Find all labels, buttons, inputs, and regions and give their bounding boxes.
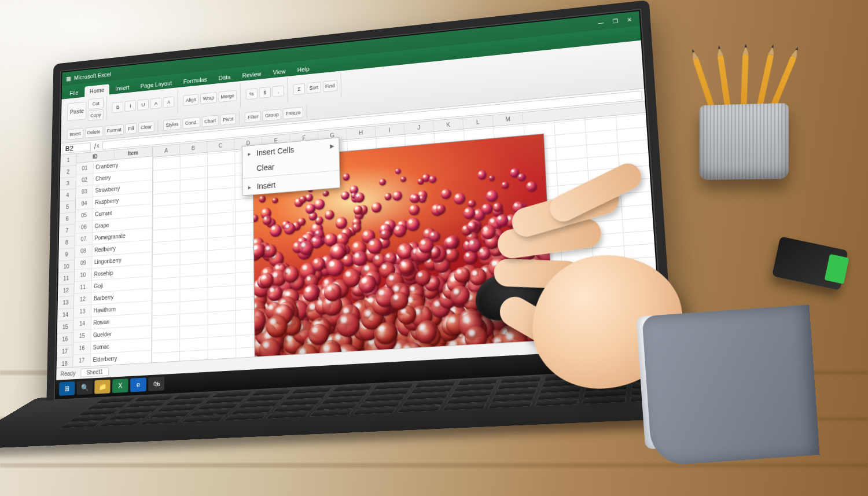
filter-button[interactable]: Filter: [245, 111, 261, 123]
wrap-button[interactable]: Wrap: [200, 92, 216, 104]
group-button[interactable]: Group: [263, 109, 282, 122]
list-item-id: 02: [76, 174, 94, 186]
row-header[interactable]: 15: [57, 321, 73, 334]
human-hand: [454, 175, 773, 473]
app-title: Microsoft Excel: [74, 71, 112, 81]
comma-button[interactable]: ,: [273, 85, 285, 97]
minimize-button[interactable]: —: [595, 18, 606, 27]
name-box[interactable]: [62, 142, 91, 153]
taskbar-excel-icon[interactable]: X: [112, 379, 128, 393]
list-item-id: 16: [73, 341, 91, 354]
sort-button[interactable]: Sort: [307, 82, 321, 94]
menu-bullet-icon: ▸: [248, 183, 252, 191]
ribbon-group-editing: Σ Sort Find: [290, 72, 342, 102]
insert-cells-button[interactable]: Insert: [67, 128, 83, 140]
chart-button[interactable]: Chart: [202, 115, 219, 127]
row-header[interactable]: 8: [59, 236, 75, 249]
ribbon-group-number: % $ ,: [242, 78, 288, 107]
delete-cells-button[interactable]: Delete: [84, 126, 103, 138]
ctx-insert-label: Insert: [257, 181, 276, 191]
bold-button[interactable]: B: [112, 101, 123, 113]
column-header[interactable]: I: [376, 123, 405, 137]
submenu-arrow-icon: ▶: [330, 143, 334, 149]
fill-button[interactable]: Fill: [126, 123, 137, 134]
cut-button[interactable]: Cut: [88, 98, 104, 110]
column-header[interactable]: H: [347, 126, 376, 139]
clear-button[interactable]: Clear: [138, 121, 155, 133]
data-list-panel: ID Item 01Cranberry02Cherry03Strawberry0…: [73, 147, 153, 367]
row-header[interactable]: 9: [58, 248, 75, 262]
start-button[interactable]: ⊞: [59, 381, 75, 396]
excel-icon: ▦: [66, 75, 71, 82]
column-header[interactable]: C: [207, 139, 234, 152]
list-item-id: 05: [75, 209, 93, 222]
column-header[interactable]: J: [404, 121, 434, 134]
copy-button[interactable]: Copy: [88, 109, 104, 122]
list-item-id: 15: [73, 329, 91, 342]
font-shrink-button[interactable]: A: [163, 96, 175, 108]
row-header[interactable]: 1: [60, 154, 76, 167]
list-item-id: 07: [75, 233, 93, 245]
row-header[interactable]: 18: [57, 357, 73, 368]
styles-button[interactable]: Styles: [163, 119, 181, 131]
currency-button[interactable]: $: [259, 87, 271, 99]
ctx-clear-label: Clear: [256, 163, 274, 173]
align-button[interactable]: Align: [183, 94, 199, 106]
menu-bullet-icon: ▸: [248, 150, 251, 158]
underline-button[interactable]: U: [138, 99, 149, 111]
list-item-id: 08: [75, 245, 92, 258]
row-header[interactable]: 5: [60, 201, 75, 214]
italic-button[interactable]: I: [125, 100, 136, 112]
pivot-button[interactable]: Pivot: [220, 113, 236, 126]
column-header[interactable]: K: [433, 118, 464, 131]
row-header[interactable]: 12: [58, 284, 74, 297]
row-header[interactable]: 16: [57, 333, 73, 346]
row-header[interactable]: 7: [59, 225, 75, 238]
context-menu: ▸ Insert Cells ▶ Clear ▸ Insert: [242, 137, 340, 196]
format-cells-button[interactable]: Format: [104, 124, 124, 136]
maximize-button[interactable]: ❐: [609, 16, 620, 25]
sheet-tab[interactable]: Sheet1: [80, 367, 109, 377]
column-header[interactable]: M: [493, 113, 524, 126]
paste-button[interactable]: Paste: [67, 101, 86, 121]
list-item-id: 11: [74, 281, 91, 293]
merge-button[interactable]: Merge: [218, 90, 237, 103]
fx-icon: ƒx: [94, 143, 99, 149]
list-item-id: 03: [76, 185, 93, 198]
row-header[interactable]: 3: [60, 177, 76, 190]
taskbar-explorer-icon[interactable]: 📁: [94, 380, 110, 394]
taskbar-edge-icon[interactable]: e: [130, 377, 146, 392]
cond-format-button[interactable]: Cond.: [182, 117, 200, 129]
row-header[interactable]: 2: [60, 166, 76, 179]
list-item-id: 13: [74, 305, 92, 318]
list-item-id: 12: [74, 293, 92, 306]
column-header[interactable]: L: [463, 115, 493, 128]
taskbar-search-icon[interactable]: 🔍: [77, 380, 93, 395]
row-header[interactable]: 17: [57, 345, 73, 358]
column-header[interactable]: B: [180, 142, 207, 155]
ribbon-group-clipboard: Paste Cut Copy: [64, 96, 107, 124]
row-header[interactable]: 4: [60, 189, 75, 202]
column-header[interactable]: A: [153, 144, 180, 157]
freeze-button[interactable]: Freeze: [283, 106, 304, 119]
status-ready: Ready: [60, 370, 75, 377]
font-grow-button[interactable]: A: [150, 98, 162, 109]
list-item-id: 01: [76, 162, 94, 175]
row-header[interactable]: 13: [58, 296, 74, 310]
row-header[interactable]: 6: [59, 212, 75, 226]
find-button[interactable]: Find: [322, 80, 337, 92]
row-header[interactable]: 14: [57, 308, 73, 322]
list-item-id: 06: [75, 221, 93, 233]
ribbon-group-align: Align Wrap Merge: [180, 83, 241, 113]
ribbon-group-font: B I U A A: [109, 89, 178, 120]
row-header[interactable]: 10: [58, 260, 75, 273]
list-item-id: 14: [73, 317, 91, 330]
percent-button[interactable]: %: [246, 88, 258, 100]
list-item-id: 17: [73, 354, 91, 367]
pencil-cup: [699, 74, 788, 180]
close-button[interactable]: ✕: [624, 15, 635, 24]
row-header[interactable]: 11: [58, 272, 74, 285]
autosum-button[interactable]: Σ: [293, 83, 306, 95]
list-item-id: 09: [75, 256, 92, 269]
taskbar-store-icon[interactable]: 🛍: [148, 377, 164, 391]
